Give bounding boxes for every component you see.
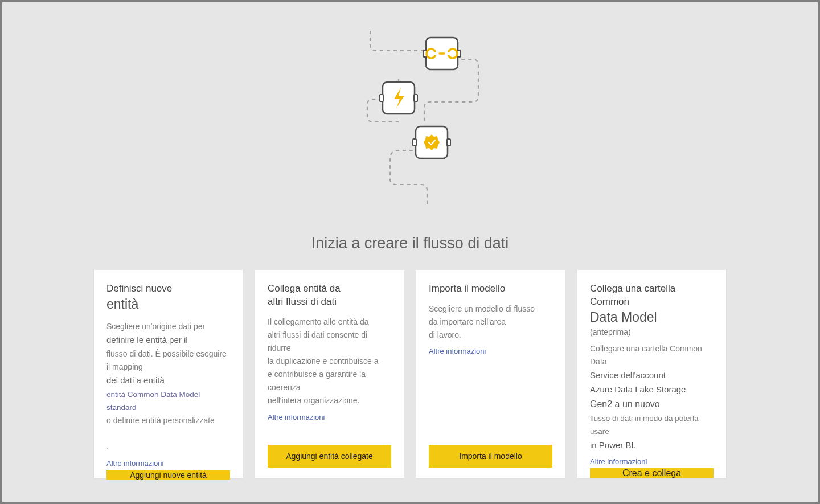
svg-rect-9 (447, 139, 450, 146)
option-cards-row: Definisci nuove entità Scegliere un'orig… (94, 270, 726, 478)
card-body: Il collegamento alle entità da altri flu… (268, 315, 391, 445)
card-define-entities: Definisci nuove entità Scegliere un'orig… (94, 270, 243, 478)
dataflow-hero-illustration (308, 14, 512, 207)
page-title: Inizia a creare il flusso di dati (2, 235, 818, 252)
learn-more-link[interactable]: Altre informazioni (590, 456, 647, 468)
create-and-attach-button[interactable]: Crea e collega (590, 468, 714, 478)
card-body: Scegliere un'origine dati per definire l… (106, 320, 230, 470)
card-title-big: entità (106, 297, 138, 312)
card-title: Importa il modello (429, 282, 552, 296)
svg-rect-5 (380, 95, 383, 101)
card-import-model: Importa il modello Scegliere un modello … (416, 270, 565, 478)
card-title-line1: Collega una cartella Common (590, 283, 675, 307)
card-title: Definisci nuove entità (106, 282, 230, 313)
svg-rect-8 (413, 139, 416, 146)
card-attach-cdm-folder: Collega una cartella Common Data Model (… (577, 270, 726, 478)
card-title: Collega una cartella Common Data Model (590, 282, 714, 326)
card-title-line1: Definisci nuove (106, 283, 172, 294)
card-subtitle: (anteprima) (590, 327, 714, 337)
learn-more-link[interactable]: Altre informazioni (106, 457, 163, 470)
card-body: Scegliere un modello di flusso da import… (429, 302, 552, 445)
learn-more-link[interactable]: Altre informazioni (268, 411, 325, 423)
card-title: Collega entità da altri flussi di dati (268, 282, 391, 309)
card-link-entities: Collega entità da altri flussi di dati I… (255, 270, 404, 478)
card-body: Collegare una cartella Common Data Servi… (590, 342, 714, 468)
dataflow-start-page: Inizia a creare il flusso di dati Defini… (2, 2, 818, 502)
card-title-big: Data Model (590, 310, 657, 325)
add-linked-entities-button[interactable]: Aggiungi entità collegate (268, 445, 391, 468)
import-model-button[interactable]: Importa il modello (429, 445, 552, 468)
add-new-entities-button[interactable]: Aggiungi nuove entità (106, 470, 230, 480)
card-title-line1: Collega entità da (268, 283, 341, 294)
learn-more-link[interactable]: Altre informazioni (429, 345, 486, 357)
svg-rect-6 (414, 95, 417, 101)
card-title-line2: altri flussi di dati (268, 296, 337, 307)
